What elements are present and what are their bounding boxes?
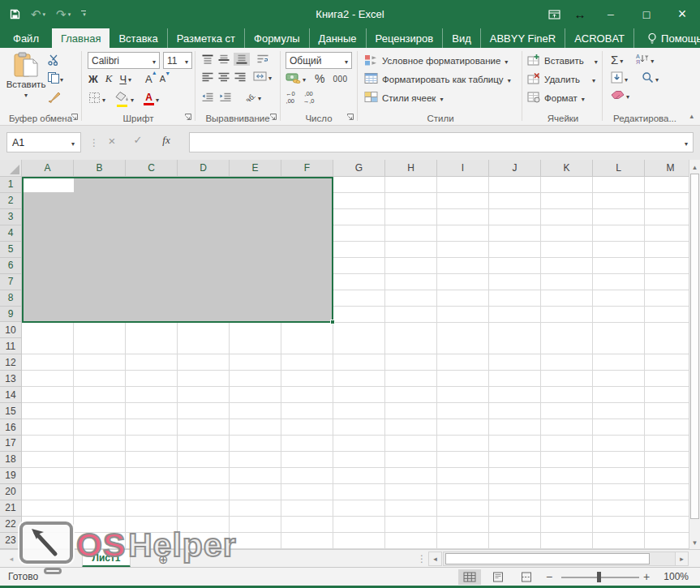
conditional-formatting-button[interactable]: Условное форматирование [364,54,508,68]
selection-range[interactable] [22,177,333,323]
grow-font-button[interactable]: А▲ [145,73,152,85]
row-header-13[interactable]: 13 [0,371,22,387]
merge-center-button[interactable] [253,71,272,83]
tab-insert[interactable]: Вставка [110,28,167,48]
cell-grid[interactable] [22,177,689,549]
tab-data[interactable]: Данные [310,28,367,48]
accounting-format-button[interactable] [286,72,306,85]
column-header-A[interactable]: A [22,160,74,176]
borders-button[interactable] [88,92,105,105]
column-header-K[interactable]: K [541,160,593,176]
page-layout-view-button[interactable] [487,569,509,585]
fill-color-button[interactable] [115,91,134,107]
row-header-1[interactable]: 1 [0,177,22,193]
tab-abbyy[interactable]: ABBYY FineR [481,28,565,48]
row-header-22[interactable]: 22 [0,517,22,533]
tab-view[interactable]: Вид [443,28,481,48]
zoom-level[interactable]: 100% [663,568,689,586]
align-left-button[interactable] [201,72,214,82]
row-header-17[interactable]: 17 [0,436,22,452]
format-cells-button[interactable]: Формат [527,91,585,105]
find-select-button[interactable] [642,71,659,85]
sheet-nav-left-icon[interactable] [5,550,18,568]
bold-button[interactable]: Ж [88,73,98,85]
column-header-C[interactable]: C [126,160,178,176]
scrollbar-splitter[interactable] [417,553,427,564]
row-header-2[interactable]: 2 [0,193,22,209]
align-top-button[interactable] [201,54,214,64]
page-break-view-button[interactable] [515,569,538,585]
horizontal-scrollbar[interactable] [443,552,676,566]
row-header-14[interactable]: 14 [0,387,22,403]
font-size-select[interactable]: 11 [163,52,192,69]
collapse-ribbon-icon[interactable] [689,110,694,120]
confirm-entry-button[interactable] [128,134,148,146]
number-format-select[interactable]: Общий [286,52,352,69]
zoom-in-button[interactable] [643,570,650,583]
comma-style-button[interactable]: 000 [333,75,347,84]
underline-button[interactable]: Ч [119,73,131,85]
tab-help[interactable]: Помощь [642,28,700,48]
zoom-slider[interactable] [561,577,639,578]
delete-cells-button[interactable]: Удалить [527,72,595,86]
vertical-scroll-thumb[interactable] [690,174,699,519]
font-color-button[interactable]: А [144,92,159,105]
close-button[interactable] [664,0,700,28]
column-header-H[interactable]: H [385,160,437,176]
select-all-corner[interactable] [0,160,22,177]
fill-down-button[interactable] [611,71,628,85]
row-header-4[interactable]: 4 [0,225,22,242]
sort-filter-button[interactable]: АЯ [635,53,654,67]
increase-decimal-button[interactable]: ←0,00 [286,91,295,105]
row-header-21[interactable]: 21 [0,500,22,517]
copy-button[interactable] [47,71,63,86]
formula-input[interactable] [189,132,694,152]
column-header-F[interactable]: F [281,160,333,176]
increase-indent-button[interactable] [219,92,232,101]
row-header-8[interactable]: 8 [0,290,22,307]
percent-button[interactable]: % [315,72,324,85]
active-cell[interactable] [24,178,74,192]
minimize-button[interactable] [593,0,629,28]
tab-acrobat[interactable]: ACROBAT [565,28,634,48]
column-header-M[interactable]: M [645,160,689,176]
expand-formula-bar-icon[interactable] [685,137,688,148]
orientation-button[interactable]: аб [243,91,261,103]
tab-review[interactable]: Рецензиров [367,28,444,48]
italic-button[interactable]: К [105,72,113,85]
column-header-G[interactable]: G [333,160,385,176]
row-header-23[interactable]: 23 [0,533,22,549]
row-header-12[interactable]: 12 [0,354,22,371]
insert-cells-button[interactable]: Вставить [527,54,598,67]
row-header-18[interactable]: 18 [0,452,22,468]
vertical-scrollbar[interactable] [689,160,700,549]
name-box[interactable]: A1 [6,132,81,152]
scroll-up-icon[interactable] [689,160,700,174]
paste-button[interactable]: Вставить [6,52,45,99]
row-header-20[interactable]: 20 [0,484,22,500]
row-header-15[interactable]: 15 [0,403,22,419]
font-family-select[interactable]: Calibri [88,52,160,69]
sheet-nav-right-icon[interactable] [18,550,31,568]
align-right-button[interactable] [234,72,247,82]
insert-function-button[interactable]: fx [157,134,176,147]
cell-styles-button[interactable]: Стили ячеек [364,91,443,105]
fill-handle[interactable] [330,320,335,324]
maximize-button[interactable] [629,0,664,28]
column-header-J[interactable]: J [489,160,541,176]
column-header-E[interactable]: E [230,160,281,176]
tab-page-layout[interactable]: Разметка ст [168,28,245,48]
shrink-font-button[interactable]: А▼ [160,74,165,84]
align-middle-button[interactable] [217,54,230,64]
zoom-out-button[interactable] [546,570,552,583]
format-painter-button[interactable] [47,90,61,105]
clipboard-dialog-launcher-icon[interactable] [71,113,79,122]
row-header-5[interactable]: 5 [0,242,22,258]
row-header-6[interactable]: 6 [0,258,22,274]
cut-button[interactable] [47,54,60,67]
font-dialog-launcher-icon[interactable] [184,113,192,122]
normal-view-button[interactable] [458,569,481,585]
row-header-7[interactable]: 7 [0,274,22,290]
scroll-right-icon[interactable] [675,552,689,566]
tab-formulas[interactable]: Формулы [245,28,310,48]
